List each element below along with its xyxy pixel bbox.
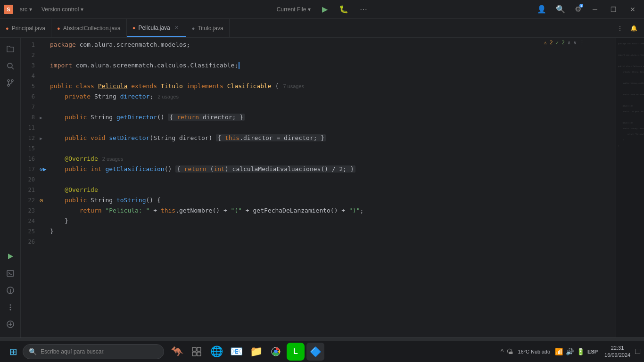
activity-run[interactable] (3, 249, 18, 264)
tab-abstract[interactable]: ● AbstractCollection.java (51, 19, 127, 37)
tab-icon-principal: ● (6, 25, 9, 31)
svg-point-12 (9, 307, 11, 308)
tray-keyboard[interactable]: ESP (587, 349, 598, 354)
tab-titulo[interactable]: ● Titulo.java (186, 19, 230, 37)
windows-logo: ⊞ (9, 346, 17, 357)
tab-close-pelicula[interactable]: ✕ (173, 24, 180, 32)
tab-principal[interactable]: ● Principal.java (0, 19, 51, 37)
taskbar-search-placeholder: Escribe aquí para buscar. (41, 348, 105, 355)
check-count: 2 (561, 40, 565, 46)
tray-time: 22:31 (611, 345, 624, 351)
code-line-22: 22 ⊙ public String toString() { (21, 195, 616, 206)
minimize-button[interactable]: ─ (588, 4, 602, 15)
code-line-23: 23 return "Pelicula: " + this.getNombre(… (21, 206, 616, 216)
project-icon: S (4, 5, 13, 14)
run-button[interactable]: ▶ (319, 3, 330, 16)
code-line-17: 17 ⊙▶ public int getClasificacion() { re… (21, 164, 616, 174)
svg-point-11 (9, 304, 11, 306)
activity-more[interactable] (3, 300, 18, 315)
taskbar-search[interactable]: 🔍 Escribe aquí para buscar. (23, 344, 164, 359)
fold-down-icon[interactable]: ∨ (573, 40, 577, 46)
taskbar-tray: ^ 🌤 16°C Nublado 📶 🔊 🔋 ESP 22:31 16/09/2… (501, 345, 640, 358)
activity-problems[interactable] (3, 283, 18, 298)
activity-search[interactable] (3, 58, 18, 74)
tray-wifi[interactable]: 📶 (555, 348, 563, 355)
titlebar: S src ▾ Version control ▾ Current File ▾… (0, 0, 644, 19)
version-control-label: Version control (41, 6, 79, 13)
code-line-6: 6 private String director; 2 usages (21, 91, 616, 102)
tray-network[interactable]: 🌤 (506, 348, 513, 355)
tab-pelicula[interactable]: ● Pelicula.java ✕ (127, 19, 186, 37)
current-file-dropdown[interactable]: Current File ▾ (274, 4, 314, 15)
restore-button[interactable]: ❐ (606, 4, 621, 15)
code-line-7: 7 (21, 102, 616, 112)
taskbar-jetbrains[interactable]: 🔷 (306, 343, 324, 361)
svg-point-13 (9, 309, 11, 311)
activity-bar (0, 38, 21, 337)
debug-button[interactable]: 🐛 (336, 3, 351, 16)
tray-volume[interactable]: 🔊 (566, 348, 574, 355)
tab-overflow-button[interactable]: ⋮ (614, 23, 626, 33)
tab-icon-pelicula: ● (132, 25, 136, 31)
svg-marker-5 (8, 254, 13, 259)
taskbar-chrome[interactable] (267, 343, 285, 361)
tray-date: 16/09/2024 (604, 352, 630, 358)
tab-label-principal: Principal.java (12, 25, 45, 32)
notifications-button[interactable]: 🔔 (627, 23, 640, 33)
tray-clock[interactable]: 22:31 16/09/2024 (604, 345, 630, 358)
code-line-25: 25 } (21, 226, 616, 237)
start-button[interactable]: ⊞ (4, 342, 23, 361)
svg-rect-17 (192, 347, 196, 351)
activity-folders[interactable] (3, 41, 18, 57)
activity-git[interactable] (3, 317, 18, 332)
activity-vcs[interactable] (3, 75, 18, 90)
svg-point-0 (8, 63, 12, 68)
notification-button[interactable]: □ (635, 346, 640, 356)
taskbar-apps: 🦘 🌐 📧 📁 L 🔷 (168, 343, 324, 361)
tab-label-titulo: Titulo.java (198, 25, 223, 32)
tab-icon-titulo: ● (192, 25, 195, 31)
tray-temperature[interactable]: 16°C Nublado (516, 348, 552, 355)
warning-count: 2 (550, 40, 553, 46)
taskbar-taskview[interactable] (188, 343, 206, 361)
activity-terminal[interactable] (3, 266, 18, 281)
search-button[interactable]: 🔍 (553, 3, 568, 16)
code-line-1: 1 package com.alura.screenmatch.modelos; (21, 40, 616, 50)
tab-icon-abstract: ● (57, 25, 60, 31)
svg-rect-20 (197, 352, 201, 356)
code-line-20: 20 (21, 174, 616, 185)
close-button[interactable]: ✕ (625, 4, 640, 15)
editor-warnings: ⚠ 2 ✓ 2 ∧ ∨ ⋮ (544, 40, 585, 46)
version-control-dropdown[interactable]: Version control ▾ (39, 4, 86, 15)
tab-label-abstract: AbstractCollection.java (63, 25, 121, 32)
code-line-21: 21 @Override (21, 185, 616, 195)
warning-icon: ⚠ (544, 40, 547, 46)
code-editor[interactable]: ⚠ 2 ✓ 2 ∧ ∨ ⋮ 1 package com.alura.screen… (21, 38, 616, 337)
taskbar-line[interactable]: L (287, 343, 305, 361)
taskbar-explorer[interactable]: 📁 (247, 343, 265, 361)
tab-actions: ⋮ 🔔 (611, 19, 644, 37)
svg-line-1 (12, 67, 14, 69)
minimap: package com.alura.screenmatch import com… (616, 38, 644, 337)
code-line-5: 5 public class Pelicula extends Titulo i… (21, 81, 616, 91)
code-line-3: 3 import com.alura.screenmatch.calculos.… (21, 60, 616, 71)
scroll-icon[interactable]: ⋮ (579, 40, 585, 46)
taskbar-edge[interactable]: 🌐 (207, 343, 225, 361)
collab-button[interactable]: 👤 (534, 3, 549, 16)
svg-rect-18 (197, 347, 201, 351)
tab-bar: ● Principal.java ● AbstractCollection.ja… (0, 19, 644, 38)
settings-button[interactable]: ⚙1 (572, 3, 584, 16)
taskbar-kangaroo[interactable]: 🦘 (168, 343, 186, 361)
fold-up-icon[interactable]: ∧ (568, 40, 571, 46)
code-lines: 1 package com.alura.screenmatch.modelos;… (21, 38, 616, 249)
more-actions-button[interactable]: ⋯ (357, 3, 370, 16)
taskbar-outlook[interactable]: 📧 (227, 343, 245, 361)
tray-chevron[interactable]: ^ (501, 348, 504, 355)
svg-point-10 (10, 292, 10, 292)
code-line-24: 24 } (21, 216, 616, 226)
main-area: ⚠ 2 ✓ 2 ∧ ∨ ⋮ 1 package com.alura.screen… (0, 38, 644, 337)
project-dropdown[interactable]: src ▾ (17, 4, 35, 15)
svg-point-4 (11, 80, 13, 82)
code-line-4: 4 (21, 71, 616, 81)
tray-battery[interactable]: 🔋 (577, 348, 585, 355)
